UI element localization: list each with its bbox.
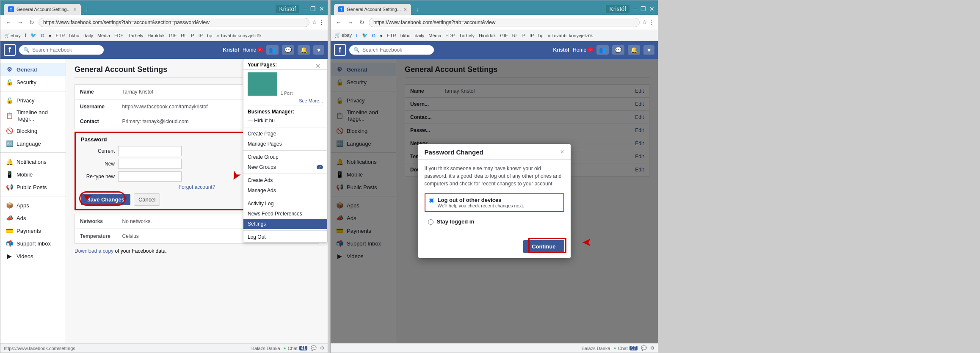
search-input-left[interactable] bbox=[32, 47, 91, 53]
create-group-item[interactable]: Create Group bbox=[243, 152, 327, 162]
address-input-right[interactable] bbox=[369, 18, 640, 27]
bm-ip-r[interactable]: IP bbox=[528, 33, 535, 39]
tab-close-left[interactable]: ✕ bbox=[73, 7, 77, 12]
biz-name-item[interactable]: — Hírkút.hu bbox=[243, 116, 327, 126]
sidebar-item-privacy-left[interactable]: 🔒 Privacy bbox=[0, 94, 66, 107]
restore-button-left[interactable]: ❐ bbox=[310, 6, 316, 12]
bm-etr[interactable]: ETR bbox=[54, 33, 66, 39]
save-changes-button[interactable]: Save Changes bbox=[81, 194, 130, 205]
bm-more-r[interactable]: » További könyvjelzők bbox=[547, 33, 594, 39]
chat-settings-icon-right[interactable]: ⚙ bbox=[650, 345, 654, 351]
continue-button[interactable]: Continue bbox=[523, 240, 564, 253]
settings-item[interactable]: Settings bbox=[243, 219, 327, 229]
bm-gif-r[interactable]: GIF bbox=[499, 33, 509, 39]
bm-circle-r[interactable]: ● bbox=[378, 33, 384, 39]
retype-password-input[interactable] bbox=[118, 171, 182, 182]
close-button-left[interactable]: ✕ bbox=[319, 6, 324, 12]
fb-search-right[interactable]: 🔍 bbox=[349, 45, 434, 55]
dropdown-close[interactable]: ✕ bbox=[313, 62, 323, 70]
restore-button-right[interactable]: ❐ bbox=[640, 6, 646, 12]
chat-settings-icon-left[interactable]: ⚙ bbox=[320, 345, 324, 351]
bm-gif[interactable]: GIF bbox=[168, 33, 178, 39]
create-page-item[interactable]: Create Page bbox=[243, 129, 327, 139]
friends-icon-right[interactable]: 👥 bbox=[596, 45, 609, 55]
bm-p[interactable]: P bbox=[190, 33, 195, 39]
bm-ebay[interactable]: 🛒ebay bbox=[3, 33, 22, 39]
download-link[interactable]: Download a copy bbox=[75, 248, 113, 254]
bm-rl-r[interactable]: RL bbox=[511, 33, 519, 39]
back-button-left[interactable]: ← bbox=[4, 18, 13, 27]
stay-logged-in-radio[interactable] bbox=[428, 219, 433, 225]
chat-icon-right[interactable]: 💬 bbox=[641, 345, 647, 351]
stay-logged-in-option[interactable]: Stay logged in bbox=[425, 216, 564, 227]
bm-etr-r[interactable]: ETR bbox=[386, 33, 398, 39]
bm-daily[interactable]: daily bbox=[82, 33, 94, 39]
bm-tarhely-r[interactable]: Tárhely bbox=[458, 33, 476, 39]
bm-twitter-r[interactable]: 🐦 bbox=[361, 32, 369, 39]
bm-bp[interactable]: bp bbox=[206, 33, 213, 39]
search-input-right[interactable] bbox=[362, 47, 422, 53]
home-btn-left[interactable]: Home 2 bbox=[243, 47, 263, 53]
sidebar-item-notifications-left[interactable]: 🔔 Notifications bbox=[0, 155, 66, 168]
new-password-input[interactable] bbox=[118, 159, 182, 169]
reload-button-left[interactable]: ↻ bbox=[28, 18, 36, 27]
sidebar-item-language-left[interactable]: 🔤 Language bbox=[0, 137, 66, 150]
bm-twitter[interactable]: 🐦 bbox=[29, 32, 38, 39]
bm-ebay-r[interactable]: 🛒 ebay bbox=[333, 32, 353, 39]
new-groups-item[interactable]: New Groups 7 bbox=[243, 162, 327, 172]
bm-p-r[interactable]: P bbox=[521, 33, 527, 39]
home-btn-right[interactable]: Home 2 bbox=[573, 47, 593, 53]
fb-search-left[interactable]: 🔍 bbox=[19, 45, 104, 55]
bm-daily-r[interactable]: daily bbox=[414, 33, 426, 39]
logout-devices-option[interactable]: Log out of other devices We'll help you … bbox=[425, 193, 564, 212]
bm-media-r[interactable]: Média bbox=[427, 33, 442, 39]
news-feed-prefs-item[interactable]: News Feed Preferences bbox=[243, 209, 327, 219]
new-tab-button-right[interactable]: + bbox=[413, 6, 422, 14]
bm-circle[interactable]: ● bbox=[47, 33, 53, 39]
sidebar-item-security-left[interactable]: 🔒 Security bbox=[0, 76, 66, 88]
sidebar-item-general-left[interactable]: ⚙ General bbox=[0, 63, 66, 76]
logout-devices-radio[interactable] bbox=[429, 198, 434, 203]
sidebar-item-videos-left[interactable]: ▶ Videos bbox=[0, 250, 66, 262]
sidebar-item-payments-left[interactable]: 💳 Payments bbox=[0, 224, 66, 237]
activity-log-item[interactable]: Activity Log bbox=[243, 199, 327, 209]
minimize-button-left[interactable]: ─ bbox=[303, 6, 307, 12]
sidebar-item-supportinbox-left[interactable]: 📬 Support Inbox bbox=[0, 237, 66, 250]
cancel-button[interactable]: Cancel bbox=[134, 193, 160, 206]
notifications-icon-left[interactable]: 🔔 bbox=[298, 45, 310, 55]
sidebar-item-apps-left[interactable]: 📦 Apps bbox=[0, 199, 66, 212]
new-tab-button-left[interactable]: + bbox=[83, 6, 91, 14]
see-more-link[interactable]: See More... bbox=[299, 98, 323, 103]
minimize-button-right[interactable]: ─ bbox=[633, 6, 637, 12]
bm-rl[interactable]: RL bbox=[179, 33, 188, 39]
manage-ads-item[interactable]: Manage Ads bbox=[243, 185, 327, 196]
reload-button-right[interactable]: ↻ bbox=[358, 18, 366, 27]
bm-media[interactable]: Média bbox=[96, 33, 111, 39]
sidebar-item-blocking-left[interactable]: 🚫 Blocking bbox=[0, 124, 66, 137]
fb-dropdown[interactable]: Your Pages: ✕ 1 Post See More... Busines… bbox=[243, 59, 328, 243]
current-password-input[interactable] bbox=[118, 146, 182, 156]
close-button-right[interactable]: ✕ bbox=[649, 6, 654, 12]
bm-tarhely[interactable]: Tárhely bbox=[127, 33, 145, 39]
forward-button-right[interactable]: → bbox=[346, 18, 355, 27]
bm-hiroldak[interactable]: Hiroldak bbox=[146, 33, 166, 39]
bm-more[interactable]: » További könyvjelzők bbox=[215, 33, 263, 39]
bookmark-icon-left[interactable]: ☆ bbox=[312, 19, 317, 25]
manage-pages-item[interactable]: Manage Pages bbox=[243, 139, 327, 149]
address-input-left[interactable] bbox=[39, 18, 309, 27]
menu-icon-right[interactable]: ⋮ bbox=[649, 19, 654, 25]
bm-f[interactable]: f bbox=[24, 33, 28, 38]
messages-icon-right[interactable]: 💬 bbox=[612, 45, 624, 55]
sidebar-item-timeline-left[interactable]: 📋 Timeline and Taggi... bbox=[0, 107, 66, 124]
notifications-icon-right[interactable]: 🔔 bbox=[628, 45, 640, 55]
sidebar-item-mobile-left[interactable]: 📱 Mobile bbox=[0, 168, 66, 181]
back-button-right[interactable]: ← bbox=[334, 18, 343, 27]
bm-f-r[interactable]: f bbox=[355, 33, 359, 39]
bm-g[interactable]: G bbox=[39, 33, 46, 39]
sidebar-item-ads-left[interactable]: 📣 Ads bbox=[0, 212, 66, 224]
bookmark-icon-right[interactable]: ☆ bbox=[642, 19, 647, 25]
forward-button-left[interactable]: → bbox=[16, 18, 25, 27]
messages-icon-left[interactable]: 💬 bbox=[282, 45, 294, 55]
create-ads-item[interactable]: Create Ads bbox=[243, 175, 327, 185]
sidebar-item-publicposts-left[interactable]: 📢 Public Posts bbox=[0, 181, 66, 193]
